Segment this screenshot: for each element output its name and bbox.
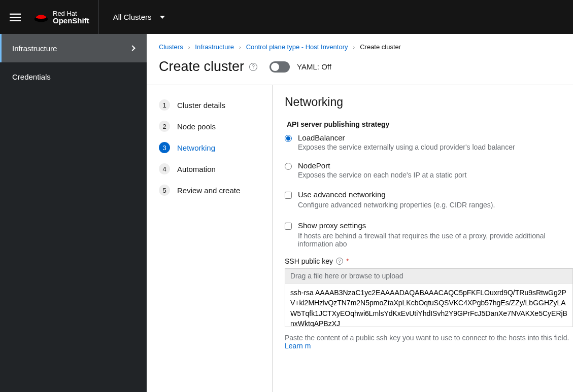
breadcrumb-link-clusters[interactable]: Clusters <box>159 43 183 51</box>
radio-label: NodePort <box>298 161 466 170</box>
yaml-toggle-label: YAML: Off <box>297 62 331 71</box>
redhat-fedora-icon <box>33 12 49 23</box>
breadcrumb-link-control-plane[interactable]: Control plane type - Host Inventory <box>246 43 348 51</box>
chevron-right-icon <box>129 45 135 51</box>
radio-label: LoadBalancer <box>298 133 515 142</box>
svg-rect-2 <box>10 20 21 21</box>
radio-description: Exposes the service externally using a c… <box>298 143 515 151</box>
wizard-step-review[interactable]: 5 Review and create <box>147 180 272 201</box>
breadcrumb-current: Create cluster <box>360 43 401 51</box>
step-label: Node pools <box>177 122 216 131</box>
step-label: Review and create <box>177 186 240 195</box>
breadcrumb: Clusters › Infrastructure › Control plan… <box>159 43 561 51</box>
wizard-step-node-pools[interactable]: 2 Node pools <box>147 116 272 137</box>
sidebar-item-infrastructure[interactable]: Infrastructure <box>0 34 147 62</box>
sidebar-item-label: Credentials <box>12 73 51 81</box>
hamburger-menu-button[interactable] <box>0 12 30 23</box>
checkbox-proxy-settings-input[interactable] <box>285 223 292 230</box>
step-label: Automation <box>177 165 216 173</box>
radio-description: Exposes the service on each node's IP at… <box>298 171 466 179</box>
wizard-step-networking[interactable]: 3 Networking <box>147 137 272 158</box>
form-section-title: Networking <box>285 95 573 109</box>
step-number: 4 <box>159 163 170 174</box>
ssh-field-label: SSH public key <box>285 257 333 265</box>
chevron-right-icon: › <box>239 44 241 50</box>
sidebar-item-credentials[interactable]: Credentials <box>0 62 147 91</box>
wizard-step-cluster-details[interactable]: 1 Cluster details <box>147 94 272 116</box>
checkbox-description: Configure advanced networking properties… <box>285 201 573 209</box>
step-number: 2 <box>159 121 170 132</box>
radio-option-nodeport[interactable]: NodePort Exposes the service on each nod… <box>285 159 573 187</box>
checkbox-label: Show proxy settings <box>298 221 366 230</box>
brand-text-bottom: OpenShift <box>53 17 89 24</box>
brand-logo[interactable]: Red Hat OpenShift <box>30 0 99 34</box>
help-icon[interactable]: ? <box>249 63 257 71</box>
svg-rect-1 <box>10 17 21 18</box>
brand-text-top: Red Hat <box>53 10 89 17</box>
ssh-dropzone[interactable]: Drag a file here or browse to upload <box>285 268 573 283</box>
sidebar-nav: Infrastructure Credentials <box>0 34 147 392</box>
sidebar-item-label: Infrastructure <box>12 44 57 53</box>
yaml-toggle-switch[interactable] <box>269 61 290 73</box>
radio-loadbalancer[interactable] <box>285 135 292 142</box>
breadcrumb-link-infrastructure[interactable]: Infrastructure <box>195 43 234 51</box>
step-number: 1 <box>159 99 170 111</box>
cluster-selector-dropdown[interactable]: All Clusters <box>99 0 179 34</box>
step-number: 3 <box>159 142 170 153</box>
help-icon[interactable]: ? <box>336 258 343 265</box>
step-number: 5 <box>159 185 170 196</box>
ssh-public-key-input[interactable] <box>285 283 573 327</box>
checkbox-proxy-settings[interactable]: Show proxy settings <box>285 218 573 232</box>
checkbox-advanced-networking[interactable]: Use advanced networking <box>285 187 573 201</box>
cluster-selector-label: All Clusters <box>113 13 152 21</box>
api-strategy-group-label: API server publishing strategy <box>285 120 573 128</box>
page-title: Create cluster <box>159 59 244 75</box>
wizard-step-automation[interactable]: 4 Automation <box>147 158 272 180</box>
required-asterisk: * <box>346 257 349 265</box>
chevron-right-icon: › <box>188 44 190 50</box>
checkbox-label: Use advanced networking <box>298 190 386 199</box>
checkbox-advanced-networking-input[interactable] <box>285 192 292 199</box>
learn-more-link[interactable]: Learn m <box>285 342 311 350</box>
radio-option-loadbalancer[interactable]: LoadBalancer Exposes the service externa… <box>285 131 573 159</box>
hamburger-icon <box>10 12 21 23</box>
step-label: Cluster details <box>177 101 225 110</box>
checkbox-description: If hosts are behind a firewall that requ… <box>285 232 573 248</box>
chevron-right-icon: › <box>353 44 355 50</box>
svg-rect-0 <box>10 13 21 14</box>
radio-nodeport[interactable] <box>285 163 292 170</box>
wizard-steps-nav: 1 Cluster details 2 Node pools 3 Network… <box>147 85 273 392</box>
ssh-hint-text: Paste the content of a public ssh key yo… <box>285 334 569 342</box>
chevron-down-icon <box>160 16 165 19</box>
step-label: Networking <box>177 144 215 152</box>
